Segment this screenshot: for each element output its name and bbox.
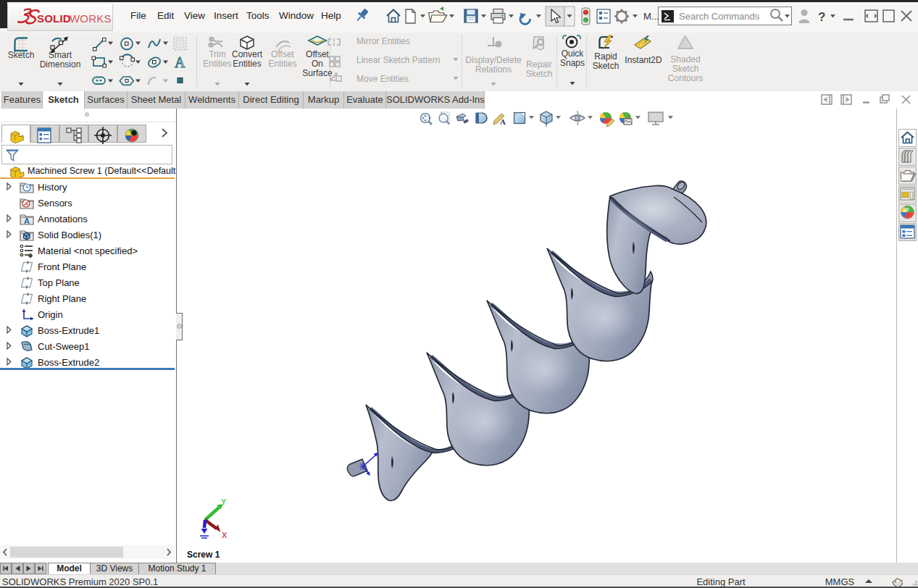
svg-text:Y: Y <box>221 497 227 506</box>
svg-text:X: X <box>222 531 228 539</box>
svg-text:A: A <box>500 117 506 126</box>
